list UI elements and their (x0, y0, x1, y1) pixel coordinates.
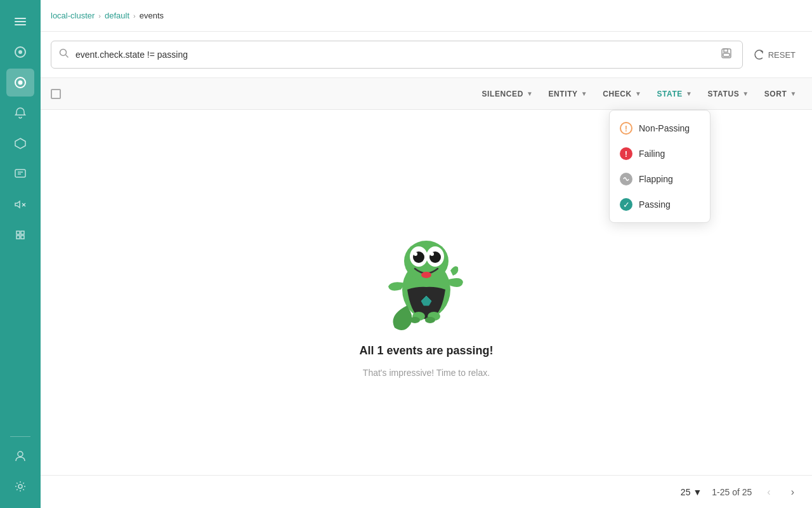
state-chevron-icon: ▼ (686, 90, 693, 97)
user-icon (14, 450, 27, 462)
save-search-button[interactable] (718, 45, 735, 65)
svg-point-28 (410, 317, 420, 323)
empty-state-subtitle: That's impressive! Time to relax. (363, 368, 490, 378)
sidebar-divider (10, 436, 30, 437)
settings-icon (14, 480, 27, 493)
next-page-button[interactable]: › (786, 484, 799, 500)
per-page-chevron-icon: ▼ (693, 487, 702, 497)
silenced-filter-label: SILENCED (481, 90, 523, 98)
breadcrumb-sep-2: › (133, 12, 136, 20)
page-range: 1-25 of 25 (712, 487, 752, 497)
passing-icon: ✓ (620, 198, 632, 211)
check-filter-label: CHECK (603, 90, 632, 98)
non-passing-icon: ! (620, 122, 632, 135)
sidebar-item-catalog[interactable] (6, 221, 34, 249)
search-bar (51, 41, 743, 69)
hamburger-icon (15, 18, 26, 25)
svg-point-10 (18, 451, 23, 457)
failing-label: Failing (639, 149, 665, 159)
sort-button[interactable]: SORT ▼ (759, 86, 802, 102)
reset-icon (754, 50, 764, 60)
per-page-value: 25 (681, 487, 691, 497)
entities-icon (14, 137, 27, 150)
topbar: local-cluster › default › events (41, 0, 812, 32)
dropdown-item-flapping[interactable]: Flapping (610, 166, 710, 192)
save-icon (721, 48, 732, 59)
status-chevron-icon: ▼ (742, 90, 749, 97)
status-filter-button[interactable]: STATUS ▼ (702, 86, 754, 102)
status-filter-label: STATUS (707, 90, 739, 98)
svg-point-1 (18, 50, 22, 54)
sidebar-item-user[interactable] (6, 442, 34, 470)
svg-point-24 (430, 252, 434, 256)
sidebar-item-silencing[interactable] (6, 160, 34, 188)
state-filter-label: STATE (657, 90, 683, 98)
svg-rect-5 (15, 170, 25, 177)
main-content: local-cluster › default › events (41, 0, 812, 508)
breadcrumb-sep-1: › (98, 12, 101, 20)
sidebar-item-dashboard[interactable] (6, 38, 34, 66)
flapping-label: Flapping (639, 174, 673, 184)
select-all-checkbox[interactable] (51, 89, 61, 99)
mascot-illustration (376, 207, 477, 334)
svg-point-25 (421, 272, 431, 278)
empty-state-title: All 1 events are passing! (359, 344, 493, 358)
search-input[interactable] (75, 50, 712, 60)
entity-chevron-icon: ▼ (581, 90, 588, 97)
svg-point-12 (60, 50, 67, 56)
check-chevron-icon: ▼ (635, 90, 642, 97)
sidebar-item-mute[interactable] (6, 190, 34, 218)
silenced-filter-button[interactable]: SILENCED ▼ (476, 86, 538, 102)
sort-label: SORT (764, 90, 787, 98)
svg-point-23 (414, 252, 417, 256)
catalog-icon (14, 229, 27, 241)
reset-button[interactable]: RESET (748, 46, 802, 64)
svg-point-29 (425, 317, 435, 323)
svg-marker-4 (15, 138, 25, 149)
sidebar-top (6, 8, 34, 431)
sidebar-item-alerts[interactable] (6, 99, 34, 127)
empty-state: All 1 events are passing! That's impress… (334, 182, 518, 403)
prev-page-button[interactable]: ‹ (762, 484, 775, 500)
svg-rect-16 (723, 53, 730, 57)
failing-icon: ! (620, 147, 632, 160)
breadcrumb: local-cluster › default › events (51, 11, 164, 20)
per-page-select[interactable]: 25 ▼ (681, 487, 702, 497)
silenced-chevron-icon: ▼ (527, 90, 534, 97)
entity-filter-label: ENTITY (548, 90, 577, 98)
state-filter-button[interactable]: STATE ▼ (652, 86, 697, 102)
svg-line-13 (66, 55, 69, 58)
svg-point-3 (18, 81, 23, 85)
sidebar-item-settings[interactable] (6, 472, 34, 500)
reset-label: RESET (768, 50, 796, 60)
check-filter-button[interactable]: CHECK ▼ (598, 86, 646, 102)
prev-page-icon: ‹ (767, 486, 770, 497)
entity-filter-button[interactable]: ENTITY ▼ (543, 86, 593, 102)
sidebar-item-entities[interactable] (6, 130, 34, 157)
breadcrumb-namespace[interactable]: default (105, 11, 129, 20)
search-area: RESET (41, 32, 812, 78)
select-all-col (51, 89, 71, 99)
breadcrumb-cluster[interactable]: local-cluster (51, 11, 95, 20)
sidebar-item-menu[interactable] (6, 8, 34, 36)
next-page-icon: › (791, 486, 794, 497)
search-icon (59, 48, 69, 61)
dropdown-item-non-passing[interactable]: ! Non-Passing (610, 116, 710, 141)
svg-rect-15 (724, 49, 728, 52)
state-dropdown: ! Non-Passing ! Failing Flapping ✓ Passi… (609, 110, 710, 223)
main-body: SILENCED ▼ ENTITY ▼ CHECK ▼ STATE ▼ STAT… (41, 78, 812, 508)
pagination-bar: 25 ▼ 1-25 of 25 ‹ › (41, 475, 812, 508)
passing-label: Passing (639, 199, 671, 210)
filters-bar: SILENCED ▼ ENTITY ▼ CHECK ▼ STATE ▼ STAT… (41, 78, 812, 110)
mute-icon (14, 198, 27, 211)
sidebar-item-events[interactable] (6, 69, 34, 97)
sort-chevron-icon: ▼ (790, 90, 797, 97)
sidebar-bottom (6, 442, 34, 500)
bell-icon (14, 107, 27, 119)
dropdown-item-failing[interactable]: ! Failing (610, 141, 710, 166)
flapping-icon (620, 173, 632, 185)
dropdown-item-passing[interactable]: ✓ Passing (610, 192, 710, 217)
events-icon (14, 76, 27, 89)
silencing-icon (14, 168, 27, 180)
breadcrumb-page: events (140, 11, 164, 20)
